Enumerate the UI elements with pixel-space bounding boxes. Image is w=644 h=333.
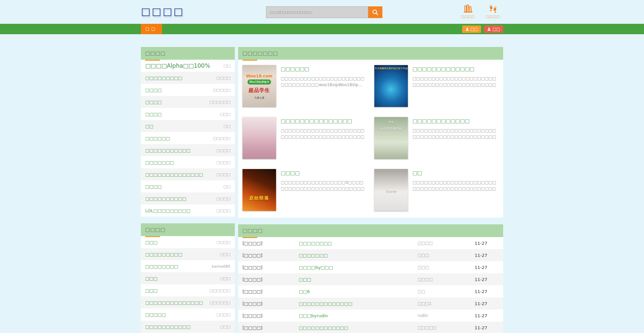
completed-item[interactable]: □□□□□□□□□□□□□□ □□□□□□ [141, 296, 235, 309]
completed-item[interactable]: □□□□□□□□ karma085 [141, 260, 235, 272]
book-card[interactable]: Woo18.comWoo18免费看书超品学生九翼◎著 □□□□□□ □□□□□□… [243, 65, 367, 107]
book-title-link[interactable]: □□□□□□□□□□□□□□ [145, 172, 203, 177]
update-title-link[interactable]: □□□ [299, 277, 418, 282]
update-row[interactable]: [□□□□] □□6 □□ 11-27 [238, 285, 503, 297]
ranking-item[interactable]: □□□□ □□□□□□ [141, 96, 235, 108]
book-title-link[interactable]: □□□ [145, 276, 158, 281]
book-title-link[interactable]: □□□□□□□□□□□ [145, 324, 191, 329]
update-category[interactable]: [□□□□] [238, 325, 299, 330]
ranking-item[interactable]: □□□□ □□□ [141, 108, 235, 120]
completed-item[interactable]: □□□□□□□□□□□ □□□ [141, 321, 235, 333]
update-row[interactable]: [□□□□] □□□□□□□□ □□□□ 11-27 [238, 237, 503, 249]
book-title-link[interactable]: LOL□□□□□□□□□ [145, 208, 191, 213]
ranking-item[interactable]: □□ □□ [141, 120, 235, 132]
book-card[interactable]: 长生从日常结算开始 □□□□□□□□□□□□ □□□□□□□□□□□□□□□□□… [374, 117, 499, 159]
book-title-link[interactable]: □□□□□□□□ [145, 264, 178, 269]
book-cover[interactable]: Everie [374, 169, 408, 211]
nav-item[interactable] [221, 24, 228, 34]
update-category[interactable]: [□□□□] [238, 253, 299, 258]
nav-item[interactable] [169, 24, 177, 34]
update-title-link[interactable]: □□□□by□□□ [299, 265, 418, 270]
ranking-item[interactable]: □□□□□□□ □□□□ [141, 156, 235, 168]
book-title-link[interactable]: □□□□□□□□□□□□ [413, 118, 499, 124]
nav-item[interactable] [162, 24, 169, 34]
nav-item-home[interactable]: □□ [141, 24, 162, 34]
update-title-link[interactable]: □□□□□□□ [299, 253, 418, 258]
book-cover[interactable]: 长生从日常结算开始 [374, 117, 408, 159]
update-row[interactable]: [□□□□] □□□□□□□ □□□ 11-27 [238, 249, 503, 261]
book-title-link[interactable]: □□□□□□□ [145, 160, 174, 165]
book-title-link[interactable]: □□□□□□ [145, 136, 170, 141]
completed-item[interactable]: □□□□□ □□□□ [141, 309, 235, 321]
update-category[interactable]: [□□□□] [238, 241, 299, 246]
book-title-link[interactable]: □□□□ [145, 184, 162, 189]
book-title-link[interactable]: □□□□□□ [281, 66, 367, 72]
book-title-link[interactable]: □□□□ [145, 88, 162, 93]
nav-item[interactable] [192, 24, 199, 34]
book-title-link[interactable]: □□□□□ [145, 312, 166, 317]
book-card[interactable]: □□□□□□□□□□□□□□□ □□□□□□□□□□□□□□□□□□□□□□□□… [243, 117, 367, 159]
book-card[interactable]: 天才御兽师从契约自己影子开始 □□□□□□□□□□□□□ □□□□□□□□□□□… [374, 65, 499, 107]
book-title-link[interactable]: □□□□□□□□□□□□□ [413, 66, 499, 72]
completed-item[interactable]: □□□ □□□□□□ [141, 284, 235, 296]
book-title-link[interactable]: □□ [145, 124, 154, 129]
nav-item[interactable] [184, 24, 192, 34]
update-category[interactable]: [□□□□] [238, 277, 299, 282]
ranking-item[interactable]: LOL□□□□□□□□□ □□□□ [141, 205, 235, 217]
book-title-link[interactable]: □□□□□□□□□□□□□□ [145, 300, 203, 305]
ranking-item[interactable]: □□□□ □□ [141, 180, 235, 192]
search-button[interactable] [368, 6, 382, 18]
ranking-item[interactable]: □□□□□□□□□ □□□□ [141, 72, 235, 84]
book-title-link[interactable]: □□□□□□□□□ [145, 75, 182, 80]
update-category[interactable]: [□□□□] [238, 313, 299, 318]
book-title-link[interactable]: □□□ [145, 240, 158, 245]
ranking-item[interactable]: □□□□Alpha□□100% □□ [141, 60, 235, 72]
book-cover[interactable]: Woo18.comWoo18免费看书超品学生九翼◎著 [243, 65, 276, 107]
book-title-link[interactable]: □□□□□□□□□□□ [145, 148, 191, 153]
book-title-link[interactable]: □□□□□□□□□□□□□□□ [281, 118, 367, 124]
book-title-link[interactable]: □□ [413, 170, 499, 176]
book-cover[interactable]: 天才御兽师从契约自己影子开始 [374, 65, 408, 107]
nav-item[interactable] [206, 24, 214, 34]
book-card[interactable]: Everie □□ □□□□□□□□□□□□□□□□□□□□□□□□□□□□□□… [374, 169, 499, 211]
site-logo[interactable]: □□□□ [141, 5, 184, 17]
register-button[interactable]: □□ [462, 25, 481, 33]
book-title-link[interactable]: □□□ [145, 288, 158, 293]
book-cover[interactable] [243, 117, 276, 159]
update-row[interactable]: [□□□□] □□□byrudin rudin 11-27 [238, 310, 503, 322]
completed-item[interactable]: □□□ □□□□ [141, 236, 235, 248]
update-category[interactable]: [□□□□] [238, 265, 299, 270]
search-input[interactable] [266, 6, 368, 18]
book-title-link[interactable]: □□□□□□□□□□ [145, 196, 186, 201]
nav-item[interactable] [177, 24, 184, 34]
book-title-link[interactable]: □□□□ [145, 112, 162, 117]
login-button[interactable]: □□ [484, 25, 503, 33]
completed-item[interactable]: □□□□□□□□□ □□□ [141, 248, 235, 260]
ranking-item[interactable]: □□□□□□□□□□□□□□ □□□□ [141, 168, 235, 180]
book-title-link[interactable]: □□□□ [281, 170, 367, 176]
nav-item[interactable] [214, 24, 221, 34]
update-title-link[interactable]: □□□□□□□□□□□□ [299, 325, 418, 330]
ranking-item[interactable]: □□□□□□□□□□□ □□□□ [141, 144, 235, 156]
book-cover[interactable]: 原始部落 [243, 169, 276, 211]
update-title-link[interactable]: □□□□□□□□ [299, 241, 418, 246]
update-row[interactable]: [□□□□] □□□□by□□□ □□□ 11-27 [238, 261, 503, 273]
update-row[interactable]: [□□□□] □□□ □□□□ 11-27 [238, 273, 503, 285]
nav-item[interactable] [199, 24, 206, 34]
history-link[interactable]: □□□□ [483, 4, 503, 18]
ranking-item[interactable]: □□□□□□ □□□□□ [141, 132, 235, 144]
ranking-item[interactable]: □□□□ □□□□□ [141, 84, 235, 96]
update-row[interactable]: [□□□□] □□□□□□□□□□□□□ □□□1 11-27 [238, 297, 503, 310]
update-title-link[interactable]: □□6 [299, 289, 418, 294]
update-title-link[interactable]: □□□□□□□□□□□□□ [299, 301, 418, 306]
book-title-link[interactable]: □□□□□□□□□ [145, 252, 182, 257]
bookshelf-link[interactable]: □□□□ [458, 4, 478, 18]
book-card[interactable]: 原始部落 □□□□ □□□□□□□□□□□□□□□□□X□□□□□□□□□□□□… [243, 169, 367, 211]
update-category[interactable]: [□□□□] [238, 301, 299, 306]
completed-item[interactable]: □□□ □□□ [141, 272, 235, 284]
update-row[interactable]: [□□□□] □□□□□□□□□□□□ □□□□□ 11-27 [238, 322, 503, 333]
book-title-link[interactable]: □□□□Alpha□□100% [145, 62, 210, 69]
update-category[interactable]: [□□□□] [238, 289, 299, 294]
update-title-link[interactable]: □□□byrudin [299, 313, 418, 318]
ranking-item[interactable]: □□□□□□□□□□ □□□□ [141, 192, 235, 205]
